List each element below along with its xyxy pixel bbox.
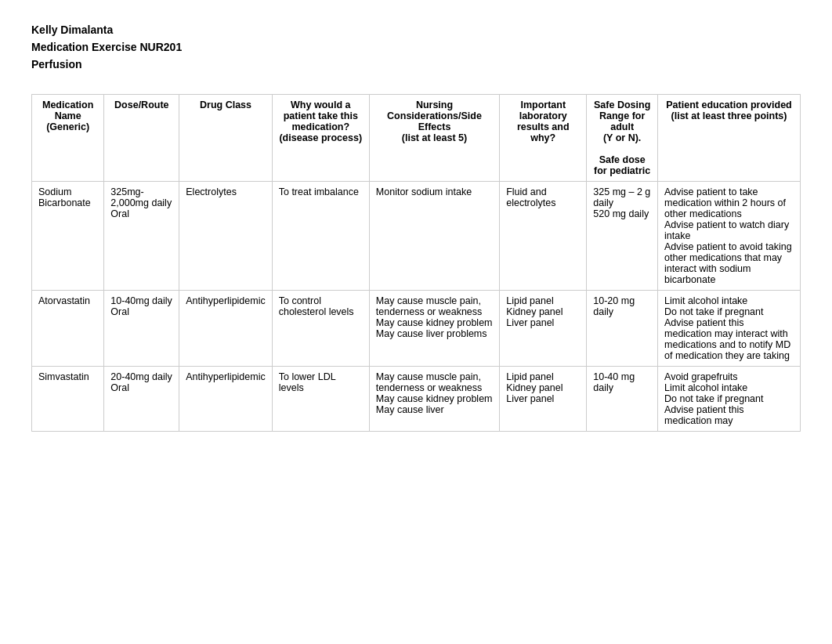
cell-education: Avoid grapefruitsLimit alcohol intakeDo … [658,367,801,432]
header-section: Kelly Dimalanta Medication Exercise NUR2… [31,24,801,71]
cell-why: To lower LDL levels [272,367,369,432]
cell-nursing: May cause muscle pain, tenderness or wea… [369,291,499,367]
cell-education: Limit alcohol intakeDo not take if pregn… [658,291,801,367]
cell-class: Antihyperlipidemic [179,291,272,367]
cell-dose: 20-40mg dailyOral [104,367,179,432]
cell-lab: Fluid and electrolytes [500,182,587,291]
cell-why: To treat imbalance [272,182,369,291]
table-row: Sodium Bicarbonate325mg-2,000mg dailyOra… [32,182,801,291]
cell-safe-dose: 10-20 mg daily [587,291,658,367]
cell-dose: 10-40mg dailyOral [104,291,179,367]
patient-name: Kelly Dimalanta [31,24,801,36]
cell-why: To control cholesterol levels [272,291,369,367]
cell-name: Sodium Bicarbonate [32,182,104,291]
cell-class: Antihyperlipidemic [179,367,272,432]
medication-table: Medication Name(Generic) Dose/Route Drug… [31,94,801,432]
col-header-dose-range: Safe Dosing Range for adult(Y or N).Safe… [587,95,658,182]
cell-education: Advise patient to take medication within… [658,182,801,291]
col-header-education: Patient education provided(list at least… [658,95,801,182]
col-header-name: Medication Name(Generic) [32,95,104,182]
table-row: Simvastatin20-40mg dailyOralAntihyperlip… [32,367,801,432]
col-header-lab: Important laboratory results and why? [500,95,587,182]
col-header-dose: Dose/Route [104,95,179,182]
cell-nursing: Monitor sodium intake [369,182,499,291]
topic-title: Perfusion [31,58,801,71]
table-row: Atorvastatin10-40mg dailyOralAntihyperli… [32,291,801,367]
cell-nursing: May cause muscle pain, tenderness or wea… [369,367,499,432]
cell-safe-dose: 325 mg – 2 g daily520 mg daily [587,182,658,291]
cell-safe-dose: 10-40 mg daily [587,367,658,432]
col-header-why: Why would a patient take this medication… [272,95,369,182]
cell-class: Electrolytes [179,182,272,291]
cell-lab: Lipid panelKidney panelLiver panel [500,291,587,367]
col-header-nursing: Nursing Considerations/Side Effects(list… [369,95,499,182]
cell-name: Simvastatin [32,367,104,432]
course-title: Medication Exercise NUR201 [31,41,801,53]
cell-lab: Lipid panelKidney panelLiver panel [500,367,587,432]
cell-dose: 325mg-2,000mg dailyOral [104,182,179,291]
col-header-class: Drug Class [179,95,272,182]
cell-name: Atorvastatin [32,291,104,367]
